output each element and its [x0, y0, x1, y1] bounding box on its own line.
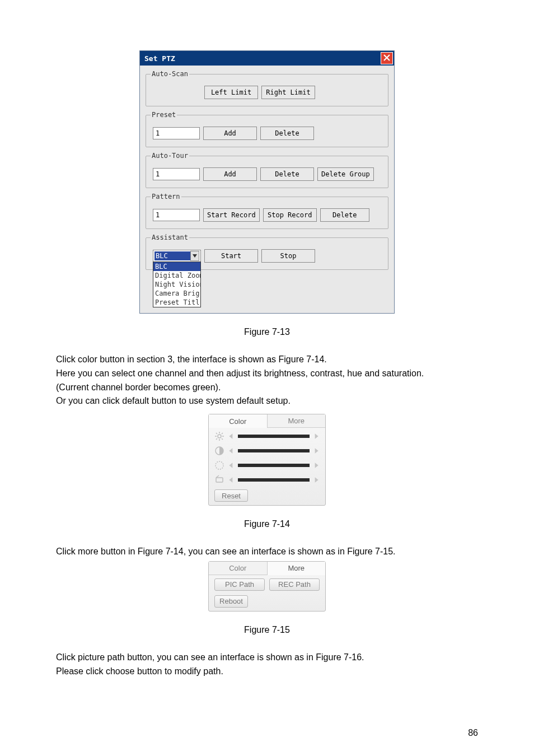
right-arrow-icon[interactable] — [313, 447, 320, 454]
svg-rect-11 — [216, 478, 223, 482]
contrast-icon — [214, 446, 224, 456]
paragraph-block-2: Click more button in Figure 7-14, you ca… — [56, 545, 478, 559]
right-arrow-icon[interactable] — [313, 477, 320, 483]
pattern-group: Pattern Start Record Stop Record Delete — [146, 193, 388, 229]
saturation-icon — [214, 475, 224, 485]
more-panel: Color More PIC Path REC Path Reboot — [208, 561, 326, 612]
svg-line-6 — [222, 438, 223, 440]
preset-input[interactable] — [153, 127, 200, 139]
preset-group: Preset Add Delete — [146, 111, 388, 147]
svg-point-0 — [218, 435, 221, 438]
assistant-option-camera-brightness[interactable]: Camera Brig — [153, 289, 200, 298]
auto-tour-input[interactable] — [153, 168, 200, 180]
pattern-delete-button[interactable]: Delete — [320, 208, 369, 222]
assistant-select-list[interactable]: BLC Digital Zoom Night Vision Camera Bri… — [153, 262, 201, 307]
right-limit-button[interactable]: Right Limit — [261, 86, 315, 99]
dialog-title: Set PTZ — [144, 54, 175, 63]
svg-line-8 — [216, 438, 217, 440]
slider-track[interactable] — [238, 478, 310, 482]
auto-scan-group: Auto-Scan Left Limit Right Limit — [146, 70, 388, 106]
figure-7-15-caption: Figure 7-15 — [56, 625, 478, 635]
pattern-input[interactable] — [153, 209, 200, 221]
tab-more[interactable]: More — [268, 562, 326, 575]
reset-button[interactable]: Reset — [214, 489, 248, 502]
left-arrow-icon[interactable] — [228, 477, 235, 483]
auto-tour-add-button[interactable]: Add — [203, 167, 257, 181]
dialog-titlebar: Set PTZ — [140, 51, 394, 66]
set-ptz-dialog: Set PTZ Auto-Scan Left Limit Right Limit… — [139, 50, 395, 314]
left-arrow-icon[interactable] — [228, 433, 235, 440]
assistant-option-night-vision[interactable]: Night Vision — [153, 280, 200, 289]
auto-tour-group: Auto-Tour Add Delete Delete Group — [146, 152, 388, 188]
auto-tour-delete-button[interactable]: Delete — [260, 167, 314, 181]
text-line: Or you can click default button to use s… — [56, 394, 478, 408]
hue-slider[interactable] — [209, 457, 325, 472]
color-panel: Color More Reset — [208, 414, 326, 506]
assistant-legend: Assistant — [151, 234, 189, 241]
rec-path-button[interactable]: REC Path — [269, 578, 320, 591]
pattern-stop-record-button[interactable]: Stop Record — [263, 208, 317, 222]
assistant-select[interactable]: BLC BLC Digital Zoom Night Vision Camera… — [153, 250, 201, 262]
auto-tour-delete-group-button[interactable]: Delete Group — [317, 167, 374, 181]
preset-legend: Preset — [151, 111, 177, 119]
slider-track[interactable] — [238, 449, 310, 452]
preset-add-button[interactable]: Add — [203, 127, 257, 140]
svg-line-5 — [216, 433, 217, 434]
text-line: Click color button in section 3, the int… — [56, 353, 478, 367]
auto-scan-legend: Auto-Scan — [151, 70, 189, 78]
assistant-option-digital-zoom[interactable]: Digital Zoom — [153, 271, 200, 280]
saturation-slider[interactable] — [209, 472, 325, 486]
svg-point-10 — [216, 461, 223, 469]
tab-color[interactable]: Color — [209, 414, 268, 428]
brightness-slider[interactable] — [209, 428, 325, 442]
close-button[interactable] — [381, 52, 393, 64]
auto-tour-legend: Auto-Tour — [151, 152, 189, 160]
paragraph-block-3: Click picture path button, you can see a… — [56, 651, 478, 679]
brightness-icon — [214, 431, 224, 441]
tab-color[interactable]: Color — [209, 562, 268, 575]
svg-line-7 — [222, 433, 223, 434]
left-arrow-icon[interactable] — [228, 447, 235, 454]
text-line: Here you can select one channel and then… — [56, 367, 478, 381]
text-line: Click more button in Figure 7-14, you ca… — [56, 545, 478, 559]
assistant-option-blc[interactable]: BLC — [153, 262, 200, 271]
assistant-select-value: BLC — [154, 251, 190, 260]
slider-track[interactable] — [238, 435, 310, 438]
assistant-option-preset-title[interactable]: Preset Titl — [153, 298, 200, 307]
assistant-group: Assistant BLC BLC Digital Zoom Night Vis… — [146, 234, 388, 270]
paragraph-block-1: Click color button in section 3, the int… — [56, 353, 478, 408]
pic-path-button[interactable]: PIC Path — [214, 578, 265, 591]
assistant-stop-button[interactable]: Stop — [261, 249, 315, 263]
contrast-slider[interactable] — [209, 442, 325, 457]
figure-7-14-caption: Figure 7-14 — [56, 519, 478, 529]
preset-delete-button[interactable]: Delete — [260, 127, 314, 140]
left-limit-button[interactable]: Left Limit — [204, 86, 258, 99]
text-line: Click picture path button, you can see a… — [56, 651, 478, 665]
close-icon — [383, 54, 390, 63]
pattern-legend: Pattern — [151, 193, 181, 200]
text-line: Please click choose button to modify pat… — [56, 665, 478, 679]
chevron-down-icon — [190, 251, 199, 261]
page-number: 86 — [468, 728, 478, 738]
assistant-start-button[interactable]: Start — [204, 249, 258, 263]
reboot-button[interactable]: Reboot — [214, 595, 248, 608]
slider-track[interactable] — [238, 464, 310, 467]
pattern-start-record-button[interactable]: Start Record — [203, 208, 260, 222]
left-arrow-icon[interactable] — [228, 462, 235, 469]
right-arrow-icon[interactable] — [313, 462, 320, 469]
right-arrow-icon[interactable] — [313, 433, 320, 440]
tab-more[interactable]: More — [268, 414, 326, 428]
text-line: (Current channel border becomes green). — [56, 381, 478, 395]
figure-7-13-caption: Figure 7-13 — [56, 327, 478, 337]
hue-icon — [214, 460, 224, 470]
